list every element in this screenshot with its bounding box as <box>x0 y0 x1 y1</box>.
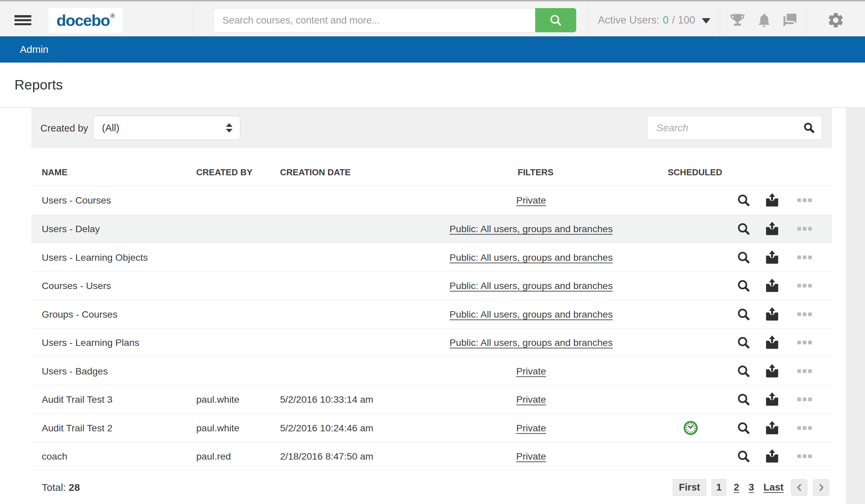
column-header-scheduled: SCHEDULED <box>668 167 722 178</box>
scheduled-cell <box>674 421 707 435</box>
search-icon <box>736 193 751 208</box>
trophy-icon <box>729 12 746 28</box>
scheduled-clock-icon <box>683 421 698 435</box>
bell-icon <box>756 12 772 28</box>
messages-button[interactable] <box>781 3 799 38</box>
preview-report-button[interactable] <box>735 362 752 380</box>
docebo-logo[interactable]: docebo ® <box>48 8 123 33</box>
pagination-page-link[interactable]: 2 <box>734 482 739 493</box>
row-menu-button[interactable] <box>796 396 813 403</box>
pagination-page-link[interactable]: 3 <box>749 482 754 493</box>
report-filters-link[interactable]: Private <box>413 422 649 433</box>
notifications-button[interactable] <box>754 3 773 38</box>
report-filters-link[interactable]: Public: All users, groups and branches <box>413 337 649 348</box>
search-icon <box>736 250 751 265</box>
row-menu-button[interactable] <box>796 311 813 317</box>
report-filters-link[interactable]: Public: All users, groups and branches <box>413 252 649 263</box>
report-filters-link[interactable]: Public: All users, groups and branches <box>413 308 649 320</box>
export-report-button[interactable] <box>763 390 781 408</box>
export-report-button[interactable] <box>763 333 781 352</box>
admin-bar: Admin <box>0 36 865 62</box>
pagination-first-button[interactable]: First <box>673 479 706 496</box>
row-menu-button[interactable] <box>796 453 813 460</box>
row-menu-button[interactable] <box>796 226 813 232</box>
total-count: Total: 28 <box>42 482 80 493</box>
pagination: First 123 Last <box>673 479 829 496</box>
row-menu-button[interactable] <box>796 339 813 346</box>
search-icon <box>736 307 751 321</box>
global-search-input[interactable] <box>214 8 535 32</box>
row-menu-button[interactable] <box>796 283 813 289</box>
export-report-button[interactable] <box>763 447 781 465</box>
preview-report-button[interactable] <box>735 419 752 437</box>
preview-report-button[interactable] <box>735 305 752 323</box>
table-row: Users - Courses Private <box>31 186 832 215</box>
table-row: Courses - Users Public: All users, group… <box>31 271 832 300</box>
preview-report-button[interactable] <box>735 249 752 266</box>
admin-bar-label: Admin <box>20 44 48 55</box>
export-report-button[interactable] <box>763 419 781 437</box>
preview-report-button[interactable] <box>735 220 752 237</box>
top-bar: docebo ® Active Users: 0 / 100 <box>0 1 865 36</box>
table-search <box>647 116 822 140</box>
more-options-icon <box>797 455 801 458</box>
report-name: Audit Trail Test 3 <box>42 394 113 405</box>
gamification-button[interactable] <box>728 3 747 38</box>
report-filters-link[interactable]: Private <box>413 451 649 462</box>
gear-icon <box>827 11 845 29</box>
divider <box>806 3 807 38</box>
preview-report-button[interactable] <box>735 334 752 351</box>
export-report-button[interactable] <box>763 191 781 209</box>
divider <box>193 3 193 38</box>
row-menu-button[interactable] <box>796 368 813 374</box>
export-icon <box>764 335 780 350</box>
created-by-select[interactable]: (All) <box>93 116 240 140</box>
row-menu-button[interactable] <box>796 425 813 431</box>
messages-icon <box>782 12 798 28</box>
pagination-last-link[interactable]: Last <box>763 482 784 493</box>
column-header-creation-date: CREATION DATE <box>280 167 351 178</box>
export-report-button[interactable] <box>763 305 781 323</box>
report-filters-link[interactable]: Public: All users, groups and branches <box>413 223 649 235</box>
row-menu-button[interactable] <box>796 197 813 203</box>
row-menu-button[interactable] <box>796 254 813 260</box>
menu-button[interactable] <box>14 15 31 25</box>
preview-report-button[interactable] <box>735 447 752 465</box>
global-search <box>214 8 576 32</box>
pagination-next-button[interactable] <box>813 479 829 496</box>
preview-report-button[interactable] <box>735 391 752 408</box>
export-report-button[interactable] <box>763 220 781 238</box>
page-header: Reports <box>0 62 865 108</box>
report-name: Users - Courses <box>42 195 111 206</box>
table-search-button[interactable] <box>803 121 816 134</box>
more-options-icon <box>797 341 801 344</box>
more-options-icon <box>797 255 801 259</box>
pagination-current-page[interactable]: 1 <box>712 479 726 496</box>
created-by-label: Created by <box>41 122 88 133</box>
report-filters-link[interactable]: Public: All users, groups and branches <box>413 280 649 291</box>
export-report-button[interactable] <box>763 362 781 380</box>
export-icon <box>764 363 780 379</box>
global-search-button[interactable] <box>535 8 576 32</box>
report-creation-date: 5/2/2016 10:24:46 am <box>280 422 373 433</box>
export-report-button[interactable] <box>763 277 781 295</box>
export-icon <box>764 420 780 436</box>
report-filters-link[interactable]: Private <box>413 195 649 206</box>
table-row: coach paul.red 2/18/2016 8:47:50 am Priv… <box>31 442 832 471</box>
export-icon <box>764 192 780 208</box>
report-filters-link[interactable]: Private <box>413 365 649 376</box>
table-row: Users - Learning Plans Public: All users… <box>31 328 832 357</box>
active-users-dropdown[interactable]: Active Users: 0 / 100 <box>589 3 720 38</box>
preview-report-button[interactable] <box>735 277 752 294</box>
export-report-button[interactable] <box>763 248 781 267</box>
report-name: Courses - Users <box>42 280 111 291</box>
table-row: Audit Trail Test 3 paul.white 5/2/2016 1… <box>31 385 832 414</box>
preview-report-button[interactable] <box>735 191 752 209</box>
report-name: Users - Badges <box>42 365 108 376</box>
more-options-icon <box>797 312 801 316</box>
pagination-prev-button[interactable] <box>791 479 807 496</box>
table-search-input[interactable] <box>648 122 803 133</box>
settings-button[interactable] <box>826 3 845 38</box>
report-filters-link[interactable]: Private <box>413 394 649 405</box>
search-icon <box>736 449 751 464</box>
